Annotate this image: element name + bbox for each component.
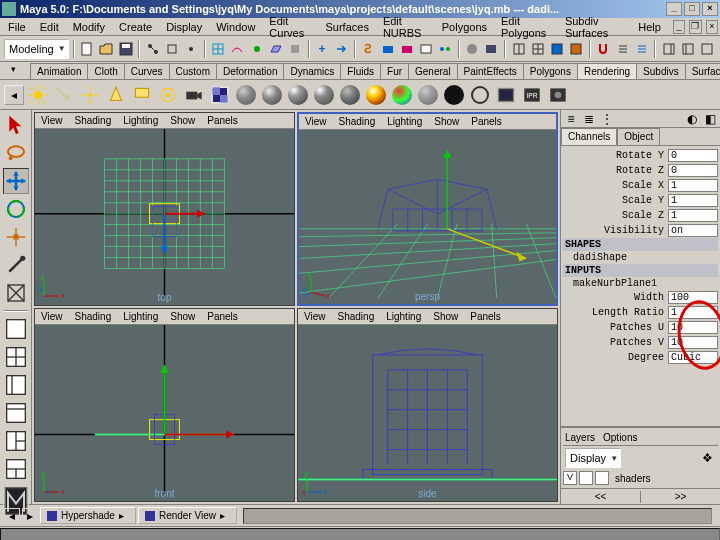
layer-display-dropdown[interactable]: Display (565, 448, 621, 468)
panel-scroll-right[interactable]: ▸ (22, 508, 38, 524)
nav-right[interactable]: >> (641, 491, 720, 502)
menu-modify[interactable]: Modify (67, 20, 111, 34)
layer-name[interactable]: shaders (611, 473, 651, 484)
layer-row[interactable]: V shaders (563, 470, 718, 486)
layer-visibility-toggle[interactable]: V (563, 471, 577, 485)
panel-scroll-left[interactable]: ◂ (4, 508, 20, 524)
menu-file[interactable]: File (2, 20, 32, 34)
viewport-canvas[interactable]: xyz front (35, 325, 294, 501)
attr-value[interactable]: 10 (668, 336, 718, 349)
vp-menu-view[interactable]: View (37, 311, 67, 322)
rotate-tool[interactable] (3, 196, 29, 222)
light-area-icon[interactable] (130, 83, 154, 107)
menu-create[interactable]: Create (113, 20, 158, 34)
quick-layout-3-button[interactable] (548, 39, 565, 59)
menu-edit-polygons[interactable]: Edit Polygons (495, 14, 557, 40)
snap-point-button[interactable] (248, 39, 265, 59)
four-view-button[interactable] (3, 344, 29, 370)
shape-name[interactable]: dadiShape (563, 251, 718, 264)
menu-surfaces[interactable]: Surfaces (319, 20, 374, 34)
show-hypershade-button[interactable] (464, 39, 481, 59)
light-directional-icon[interactable] (52, 83, 76, 107)
use-bg-ball-icon[interactable] (468, 83, 492, 107)
layered-ball-icon[interactable] (364, 83, 388, 107)
viewport-persp[interactable]: View Shading Lighting Show Panels (297, 112, 558, 306)
list-output-button[interactable] (633, 39, 650, 59)
input-name[interactable]: makeNurbPlane1 (563, 277, 718, 290)
snap-grid-button[interactable] (210, 39, 227, 59)
render-view-tab[interactable]: Render View▸ (138, 507, 237, 524)
move-tool[interactable] (3, 168, 29, 194)
channels-tab[interactable]: Channels (561, 128, 617, 145)
vp-menu-show[interactable]: Show (166, 311, 199, 322)
light-ambient-icon[interactable] (26, 83, 50, 107)
close-button[interactable]: × (702, 2, 718, 16)
layout-b-button[interactable] (3, 400, 29, 426)
viewport-front[interactable]: View Shading Lighting Show Panels xyz (34, 308, 295, 502)
shelf-tab-animation[interactable]: Animation (30, 63, 88, 79)
texture-plane-icon[interactable] (208, 83, 232, 107)
quick-layout-4-button[interactable] (568, 39, 585, 59)
mode-dropdown[interactable]: Modeling (4, 39, 69, 59)
doc-minimize-button[interactable]: _ (673, 20, 685, 34)
render-button-icon[interactable] (494, 83, 518, 107)
menu-edit-nurbs[interactable]: Edit NURBS (377, 14, 434, 40)
history-toggle-button[interactable]: + (314, 39, 331, 59)
object-tab[interactable]: Object (617, 128, 660, 145)
channel-opts-icon[interactable]: ◐ (684, 112, 700, 126)
quick-layout-2-button[interactable] (529, 39, 546, 59)
vp-menu-panels[interactable]: Panels (466, 311, 505, 322)
camera-icon[interactable] (182, 83, 206, 107)
doc-restore-button[interactable]: ❐ (689, 20, 701, 34)
vp-menu-lighting[interactable]: Lighting (119, 311, 162, 322)
attr-value[interactable]: 0 (668, 164, 718, 177)
vp-menu-panels[interactable]: Panels (203, 115, 242, 126)
shelf-tab-cloth[interactable]: Cloth (87, 63, 124, 79)
show-hypergraph-button[interactable] (437, 39, 454, 59)
menu-subdiv[interactable]: Subdiv Surfaces (559, 14, 630, 40)
vp-menu-shading[interactable]: Shading (334, 311, 379, 322)
shading-ball-icon[interactable] (416, 83, 440, 107)
vp-menu-panels[interactable]: Panels (467, 116, 506, 127)
select-hierarchy-button[interactable] (144, 39, 161, 59)
menu-display[interactable]: Display (160, 20, 208, 34)
magnet-icon[interactable] (595, 39, 612, 59)
blinn-ball-icon[interactable] (260, 83, 284, 107)
viewport-canvas[interactable]: xyz persp (299, 130, 556, 304)
vp-menu-view[interactable]: View (301, 116, 331, 127)
shelf-tab-custom[interactable]: Custom (169, 63, 217, 79)
vp-menu-panels[interactable]: Panels (203, 311, 242, 322)
attr-value[interactable]: on (668, 224, 718, 237)
attr-value[interactable]: 10 (668, 321, 718, 334)
vp-menu-shading[interactable]: Shading (71, 115, 116, 126)
vp-menu-show[interactable]: Show (430, 116, 463, 127)
channel-list2-icon[interactable]: ≣ (581, 112, 597, 126)
vp-menu-show[interactable]: Show (429, 311, 462, 322)
attr-value[interactable]: 100 (668, 291, 718, 304)
shelf-dropdown-button[interactable]: ◂ (4, 85, 24, 105)
anisotropic-ball-icon[interactable] (338, 83, 362, 107)
shelf-tab-dynamics[interactable]: Dynamics (283, 63, 341, 79)
shelf-tab-fluids[interactable]: Fluids (340, 63, 381, 79)
scale-tool[interactable] (3, 224, 29, 250)
channel-list[interactable]: Rotate Y0 Rotate Z0 Scale X1 Scale Y1 Sc… (561, 146, 720, 426)
vp-menu-lighting[interactable]: Lighting (382, 311, 425, 322)
layers-options-tab[interactable]: Options (603, 432, 637, 443)
vp-menu-show[interactable]: Show (166, 115, 199, 126)
menu-polygons[interactable]: Polygons (436, 20, 493, 34)
channel-list-icon[interactable]: ≡ (563, 112, 579, 126)
lasso-tool[interactable] (3, 140, 29, 166)
vp-menu-shading[interactable]: Shading (71, 311, 116, 322)
menu-window[interactable]: Window (210, 20, 261, 34)
attr-value[interactable]: 1 (668, 209, 718, 222)
ipr-button-icon[interactable]: IPR (520, 83, 544, 107)
attr-value[interactable]: 1 (668, 306, 718, 319)
attr-value[interactable]: Cubic (668, 351, 718, 364)
menu-edit[interactable]: Edit (34, 20, 65, 34)
snap-plane-button[interactable] (267, 39, 284, 59)
vp-menu-view[interactable]: View (37, 115, 67, 126)
attr-value[interactable]: 0 (668, 149, 718, 162)
layout-a-button[interactable] (3, 372, 29, 398)
light-spot-icon[interactable] (104, 83, 128, 107)
last-tool[interactable] (3, 280, 29, 306)
